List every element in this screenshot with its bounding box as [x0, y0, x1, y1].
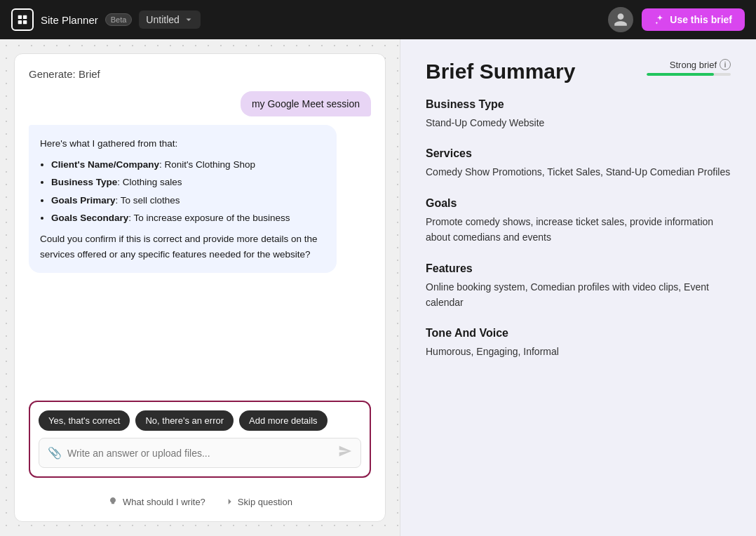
sparkle-icon — [654, 14, 666, 25]
brief-section-services: Services Comedy Show Promotions, Ticket … — [426, 147, 731, 180]
skip-question-label: Skip question — [238, 497, 292, 507]
topnav-right: Use this brief — [608, 7, 745, 32]
list-item: Client's Name/Company: Ronit's Clothing … — [51, 157, 325, 173]
input-area: Yes, that's correct No, there's an error… — [29, 401, 371, 478]
brief-title: Brief Summary — [426, 59, 575, 84]
section-content-features: Online booking system, Comedian profiles… — [426, 279, 731, 311]
brief-header: Brief Summary Strong brief i — [426, 59, 731, 84]
svg-rect-2 — [18, 20, 22, 24]
ai-items-list: Client's Name/Company: Ronit's Clothing … — [51, 157, 325, 226]
send-icon[interactable] — [338, 444, 352, 462]
section-title-features: Features — [426, 262, 731, 275]
section-title-tone: Tone And Voice — [426, 327, 731, 340]
no-error-button[interactable]: No, there's an error — [135, 410, 234, 431]
generate-label: Generate: Brief — [29, 68, 371, 80]
doc-title-text: Untitled — [146, 14, 179, 25]
svg-rect-3 — [23, 20, 27, 24]
svg-rect-0 — [18, 15, 22, 19]
right-panel: Brief Summary Strong brief i Business Ty… — [400, 39, 756, 536]
doc-title-button[interactable]: Untitled — [139, 11, 200, 29]
yes-correct-button[interactable]: Yes, that's correct — [39, 410, 130, 431]
item-val-3: : To increase exposure of the business — [128, 213, 290, 223]
section-title-business-type: Business Type — [426, 98, 731, 111]
info-icon: i — [720, 59, 731, 70]
item-key-2: Goals Primary — [51, 195, 116, 206]
generate-type-text: Brief — [79, 68, 100, 80]
beta-badge: Beta — [105, 13, 133, 26]
brief-progress-fill — [647, 73, 714, 76]
section-content-business-type: Stand-Up Comedy Website — [426, 115, 731, 130]
text-input-row: 📎 — [39, 438, 361, 468]
app-name-label: Site Planner — [41, 14, 98, 26]
item-val-2: : To sell clothes — [116, 195, 180, 206]
use-brief-button[interactable]: Use this brief — [642, 8, 745, 31]
strong-brief-text: Strong brief — [670, 60, 717, 70]
user-message-text: my Google Meet session — [252, 98, 360, 109]
main-content: Generate: Brief my Google Meet session H… — [0, 39, 756, 536]
brief-progress-bar — [647, 73, 731, 76]
brief-section-features: Features Online booking system, Comedian… — [426, 262, 731, 311]
section-title-goals: Goals — [426, 197, 731, 210]
section-title-services: Services — [426, 147, 731, 160]
item-key-1: Business Type — [51, 177, 117, 187]
user-icon — [613, 12, 628, 27]
section-content-tone: Humorous, Engaging, Informal — [426, 344, 731, 359]
item-val-0: : Ronit's Clothing Shop — [159, 159, 255, 170]
ai-followup-text: Could you confirm if this is correct and… — [40, 232, 325, 262]
list-item: Goals Secondary: To increase exposure of… — [51, 210, 325, 226]
topnav: Site Planner Beta Untitled Use this brie… — [0, 0, 756, 39]
section-content-goals: Promote comedy shows, increase ticket sa… — [426, 214, 731, 246]
generate-card: Generate: Brief my Google Meet session H… — [14, 53, 386, 522]
attach-icon: 📎 — [48, 446, 62, 460]
brief-section-tone: Tone And Voice Humorous, Engaging, Infor… — [426, 327, 731, 359]
logo-icon — [11, 8, 34, 31]
section-content-services: Comedy Show Promotions, Ticket Sales, St… — [426, 164, 731, 180]
quick-buttons: Yes, that's correct No, there's an error… — [39, 410, 361, 431]
left-panel: Generate: Brief my Google Meet session H… — [0, 39, 400, 536]
skip-icon — [222, 496, 234, 507]
answer-input[interactable] — [67, 448, 332, 459]
ai-intro-text: Here's what I gathered from that: — [40, 136, 325, 152]
bottom-hints: What should I write? Skip question — [29, 496, 371, 507]
lightbulb-icon — [107, 496, 119, 507]
list-item: Goals Primary: To sell clothes — [51, 193, 325, 208]
generate-prefix-text: Generate: — [29, 68, 76, 80]
user-message-bubble: my Google Meet session — [241, 91, 371, 116]
item-val-1: : Clothing sales — [117, 177, 182, 187]
ai-message-bubble: Here's what I gathered from that: Client… — [29, 125, 337, 273]
chevron-down-icon — [184, 15, 194, 25]
brief-section-goals: Goals Promote comedy shows, increase tic… — [426, 197, 731, 246]
what-to-write-button[interactable]: What should I write? — [107, 496, 205, 507]
what-to-write-label: What should I write? — [123, 497, 205, 507]
svg-rect-1 — [23, 15, 27, 19]
item-key-3: Goals Secondary — [51, 213, 128, 223]
list-item: Business Type: Clothing sales — [51, 175, 325, 190]
chat-area: my Google Meet session Here's what I gat… — [29, 91, 371, 389]
strong-brief-label: Strong brief i — [670, 59, 731, 70]
avatar[interactable] — [608, 7, 633, 32]
item-key-0: Client's Name/Company — [51, 159, 159, 170]
strong-brief-badge: Strong brief i — [647, 59, 731, 76]
add-details-button[interactable]: Add more details — [239, 410, 328, 431]
brief-section-business-type: Business Type Stand-Up Comedy Website — [426, 98, 731, 130]
topnav-left: Site Planner Beta Untitled — [11, 8, 201, 31]
skip-question-button[interactable]: Skip question — [222, 496, 292, 507]
use-brief-label: Use this brief — [670, 14, 732, 25]
